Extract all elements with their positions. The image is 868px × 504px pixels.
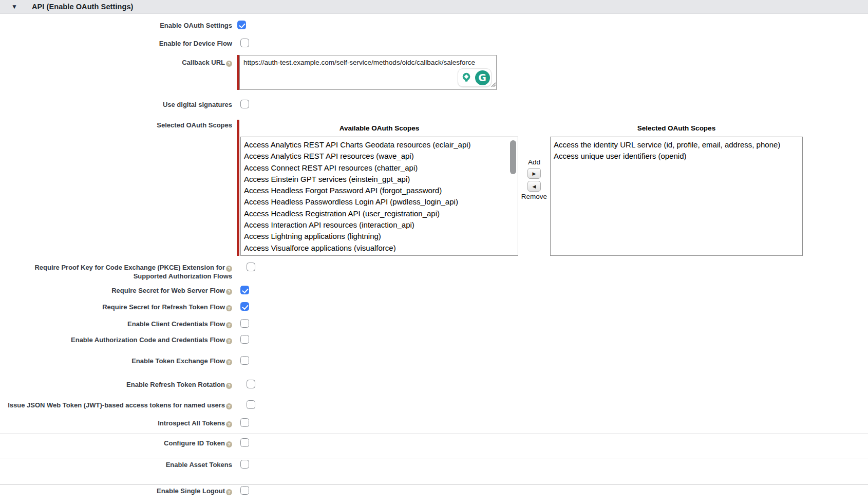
right-arrow-icon: ▶	[533, 171, 536, 176]
introspect-all-checkbox[interactable]	[240, 418, 249, 427]
secret-web-server-label: Require Secret for Web Server Flow?	[0, 286, 232, 295]
row-oauth-scopes: Selected OAuth Scopes Available OAuth Sc…	[0, 120, 868, 256]
refresh-rotation-label: Enable Refresh Token Rotation?	[0, 380, 232, 389]
listbox-scrollbar-thumb[interactable]	[510, 140, 516, 174]
row-asset-tokens: Enable Asset Tokens	[0, 460, 868, 469]
row-token-exchange: Enable Token Exchange Flow?	[0, 356, 868, 365]
row-jwt-access-tokens: Issue JSON Web Token (JWT)-based access …	[0, 400, 868, 409]
collapse-section-icon[interactable]: ▼	[11, 4, 17, 10]
help-icon[interactable]: ?	[226, 338, 232, 344]
add-label: Add	[528, 158, 540, 166]
configure-id-token-label: Configure ID Token?	[0, 438, 232, 447]
available-scopes-column: Available OAuth Scopes Access Analytics …	[240, 120, 518, 256]
suggestion-lightbulb-icon[interactable]	[460, 71, 474, 85]
available-scopes-listbox[interactable]: Access Analytics REST API Charts Geodata…	[240, 137, 518, 256]
scope-option[interactable]: Access Einstein GPT services (einstein_g…	[241, 174, 518, 185]
client-credentials-checkbox[interactable]	[240, 319, 249, 328]
textarea-resize-handle[interactable]	[490, 80, 496, 89]
introspect-all-label: Introspect All Tokens?	[0, 418, 232, 427]
help-icon[interactable]: ?	[226, 289, 232, 295]
secret-refresh-token-label: Require Secret for Refresh Token Flow?	[0, 302, 232, 311]
row-digital-signatures: Use digital signatures	[0, 100, 868, 109]
scope-option[interactable]: Access Headless Passwordless Login API (…	[241, 196, 518, 208]
row-enable-oauth: Enable OAuth Settings	[0, 21, 868, 30]
left-arrow-icon: ◀	[533, 184, 536, 189]
single-logout-checkbox[interactable]	[240, 486, 249, 495]
single-logout-label: Enable Single Logout?	[0, 486, 232, 495]
help-icon[interactable]: ?	[226, 489, 232, 495]
scope-option[interactable]: Access Headless Registration API (user_r…	[241, 208, 518, 219]
scope-option[interactable]: Access Analytics REST API Charts Geodata…	[241, 139, 518, 151]
remove-scope-button[interactable]: ◀	[527, 181, 541, 192]
scope-option[interactable]: Access Interaction API resources (intera…	[241, 219, 518, 231]
scope-option[interactable]: Access Analytics REST API resources (wav…	[241, 151, 518, 162]
row-refresh-rotation: Enable Refresh Token Rotation?	[0, 380, 868, 389]
row-configure-id-token: Configure ID Token?	[0, 438, 868, 447]
help-icon[interactable]: ?	[226, 266, 232, 272]
scope-option[interactable]: Access the identity URL service (id, pro…	[551, 139, 802, 151]
row-single-logout: Enable Single Logout?	[0, 486, 868, 495]
auth-code-credentials-checkbox[interactable]	[240, 335, 249, 344]
asset-tokens-checkbox[interactable]	[240, 460, 249, 469]
remove-label: Remove	[521, 193, 547, 200]
callback-url-label: Callback URL?	[0, 55, 232, 67]
section-divider	[0, 484, 868, 485]
grammarly-icon[interactable]: G	[475, 70, 490, 85]
secret-web-server-checkbox[interactable]	[240, 286, 249, 294]
section-title: API (Enable OAuth Settings)	[32, 3, 134, 11]
digital-signatures-checkbox[interactable]	[240, 100, 249, 108]
section-divider	[0, 458, 868, 458]
selected-scopes-listbox[interactable]: Access the identity URL service (id, pro…	[550, 137, 803, 256]
help-icon[interactable]: ?	[226, 359, 232, 365]
auth-code-credentials-label: Enable Authorization Code and Credential…	[0, 335, 232, 344]
enable-oauth-checkbox[interactable]	[237, 21, 246, 29]
required-field-bar	[237, 120, 239, 256]
pkce-checkbox[interactable]	[247, 263, 255, 271]
secret-refresh-token-checkbox[interactable]	[240, 302, 249, 311]
help-icon[interactable]: ?	[226, 421, 232, 427]
scope-option[interactable]: Access Visualforce applications (visualf…	[241, 242, 518, 254]
help-icon[interactable]: ?	[226, 61, 232, 67]
row-client-credentials: Enable Client Credentials Flow?	[0, 319, 868, 328]
add-remove-column: Add ▶ ◀ Remove	[518, 120, 550, 256]
scope-option[interactable]: Access Headless Forgot Password API (for…	[241, 185, 518, 196]
help-icon[interactable]: ?	[226, 403, 232, 409]
section-header: ▼ API (Enable OAuth Settings)	[0, 0, 868, 14]
help-icon[interactable]: ?	[226, 383, 232, 389]
help-icon[interactable]: ?	[226, 305, 232, 311]
scope-option[interactable]: Access Lightning applications (lightning…	[241, 231, 518, 242]
help-icon[interactable]: ?	[226, 322, 232, 328]
available-scopes-header: Available OAuth Scopes	[240, 124, 518, 132]
jwt-access-tokens-checkbox[interactable]	[247, 400, 255, 409]
scope-option[interactable]: Access unique user identifiers (openid)	[551, 151, 802, 162]
section-divider	[0, 434, 868, 434]
row-secret-refresh-token: Require Secret for Refresh Token Flow?	[0, 302, 868, 311]
configure-id-token-checkbox[interactable]	[240, 438, 249, 447]
selected-scopes-header: Selected OAuth Scopes	[550, 124, 803, 132]
row-pkce: Require Proof Key for Code Exchange (PKC…	[0, 263, 868, 281]
token-exchange-checkbox[interactable]	[240, 356, 249, 365]
jwt-access-tokens-label: Issue JSON Web Token (JWT)-based access …	[0, 400, 232, 409]
device-flow-label: Enable for Device Flow	[0, 39, 232, 48]
client-credentials-label: Enable Client Credentials Flow?	[0, 319, 232, 328]
refresh-rotation-checkbox[interactable]	[247, 380, 255, 388]
asset-tokens-label: Enable Asset Tokens	[0, 460, 232, 469]
scope-option[interactable]: Access Connect REST API resources (chatt…	[241, 162, 518, 174]
help-icon[interactable]: ?	[226, 441, 232, 447]
oauth-scopes-label: Selected OAuth Scopes	[0, 120, 232, 129]
selected-scopes-column: Selected OAuth Scopes Access the identit…	[550, 120, 803, 256]
row-callback-url: Callback URL? https://auth-test.example.…	[0, 55, 868, 90]
pkce-label: Require Proof Key for Code Exchange (PKC…	[0, 263, 232, 281]
row-secret-web-server: Require Secret for Web Server Flow?	[0, 286, 868, 295]
device-flow-checkbox[interactable]	[240, 39, 249, 47]
row-device-flow: Enable for Device Flow	[0, 39, 868, 48]
browser-extension-badges: G	[458, 68, 492, 87]
digital-signatures-label: Use digital signatures	[0, 100, 232, 109]
row-introspect-all: Introspect All Tokens?	[0, 418, 868, 427]
enable-oauth-label: Enable OAuth Settings	[0, 21, 232, 30]
row-auth-code-credentials: Enable Authorization Code and Credential…	[0, 335, 868, 344]
add-scope-button[interactable]: ▶	[527, 168, 541, 179]
token-exchange-label: Enable Token Exchange Flow?	[0, 356, 232, 365]
